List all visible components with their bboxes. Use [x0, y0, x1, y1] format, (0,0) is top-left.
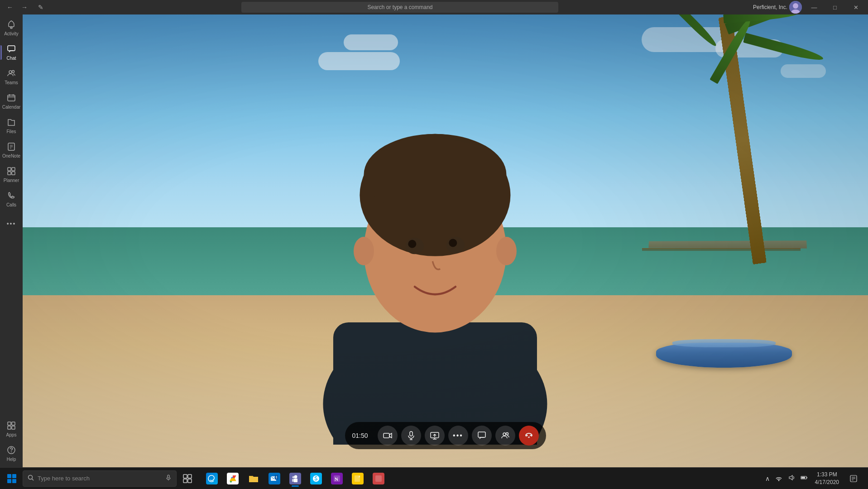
clock-date: 4/17/2020 — [815, 479, 839, 486]
sidebar-item-activity[interactable]: Activity — [0, 16, 22, 40]
sidebar-onenote-label: OneNote — [2, 154, 20, 158]
sidebar-planner-label: Planner — [4, 178, 19, 183]
chat-icon — [7, 44, 16, 55]
taskbar-app-unknown[interactable] — [369, 469, 388, 489]
taskbar-app-teams[interactable] — [285, 469, 305, 489]
back-button[interactable]: ← — [4, 1, 16, 14]
taskbar-app-chrome[interactable] — [223, 469, 243, 489]
svg-rect-3 — [10, 27, 12, 29]
svg-rect-38 — [410, 431, 412, 436]
forward-button[interactable]: → — [18, 1, 31, 14]
svg-point-35 — [354, 237, 374, 265]
svg-rect-22 — [12, 426, 15, 429]
power-icon[interactable] — [799, 472, 810, 484]
title-bar-right: Perficient, Inc. — □ ✕ — [753, 0, 868, 14]
camera-icon — [383, 431, 392, 440]
taskbar-app-skype[interactable] — [306, 469, 326, 489]
sidebar-item-calendar[interactable]: Calendar — [0, 90, 22, 113]
svg-rect-16 — [12, 168, 15, 171]
app-body: Activity Chat Teams — [0, 14, 868, 467]
taskbar-app-edge[interactable] — [202, 469, 222, 489]
svg-rect-65 — [292, 479, 294, 482]
svg-rect-63 — [294, 479, 297, 482]
svg-rect-20 — [12, 422, 15, 425]
compose-button[interactable]: ✎ — [34, 1, 47, 14]
share-screen-button[interactable] — [425, 426, 445, 446]
svg-point-30 — [364, 134, 506, 216]
sidebar-item-apps[interactable]: Apps — [0, 417, 22, 441]
more-options-button[interactable]: ••• — [448, 426, 468, 446]
activity-icon — [7, 20, 16, 30]
person-video — [149, 37, 741, 445]
chat-icon — [477, 431, 486, 440]
sidebar-calls-label: Calls — [6, 203, 16, 207]
skype-icon — [310, 473, 322, 484]
sidebar-item-planner[interactable]: Planner — [0, 163, 22, 187]
svg-point-5 — [9, 71, 12, 73]
more-icon: ••• — [7, 221, 16, 227]
share-screen-icon — [430, 431, 439, 440]
taskbar-left: Type here to search — [2, 469, 388, 489]
title-bar-left: ← → ✎ — [0, 1, 47, 14]
task-view-button[interactable] — [177, 469, 197, 489]
camera-toggle-button[interactable] — [378, 426, 398, 446]
svg-rect-17 — [8, 172, 11, 175]
sidebar-item-files[interactable]: Files — [0, 114, 22, 138]
participants-button[interactable] — [495, 426, 515, 446]
call-timer: 01:50 — [352, 432, 372, 439]
teams-icon — [7, 69, 16, 79]
explorer-icon — [248, 473, 259, 484]
sidebar-item-help[interactable]: Help — [0, 442, 22, 465]
window-controls: — □ ✕ — [804, 0, 866, 14]
title-bar: ← → ✎ Search or type a command Perficien… — [0, 0, 868, 14]
svg-text:N: N — [335, 476, 338, 482]
sidebar-item-onenote[interactable]: OneNote — [0, 139, 22, 162]
svg-point-1 — [793, 3, 798, 9]
user-avatar[interactable] — [789, 1, 802, 14]
sidebar-teams-label: Teams — [5, 81, 18, 85]
command-search-bar[interactable]: Search or type a command — [241, 2, 558, 13]
show-hidden-icons-button[interactable]: ∧ — [763, 473, 772, 484]
sidebar-item-more[interactable]: ••• — [0, 212, 22, 235]
svg-rect-7 — [8, 95, 15, 101]
sidebar-item-chat[interactable]: Chat — [0, 41, 22, 64]
taskbar-app-onenote[interactable]: N — [327, 469, 347, 489]
end-call-button[interactable] — [519, 426, 539, 446]
svg-point-6 — [12, 71, 14, 73]
taskbar-microphone-icon — [165, 475, 172, 482]
clock-display[interactable]: 1:33 PM 4/17/2020 — [811, 469, 843, 488]
chrome-icon — [227, 473, 239, 484]
files-icon — [7, 118, 16, 128]
taskbar-app-stickynotes[interactable] — [348, 469, 368, 489]
svg-point-62 — [294, 475, 297, 478]
svg-rect-19 — [8, 422, 11, 425]
notification-center-button[interactable] — [844, 469, 863, 489]
sidebar-item-teams[interactable]: Teams — [0, 65, 22, 89]
taskbar-app-outlook[interactable] — [264, 469, 284, 489]
taskbar-search-icon — [28, 475, 34, 482]
sidebar-help-label: Help — [7, 457, 16, 462]
taskbar: Type here to search — [0, 467, 868, 489]
end-call-icon — [524, 431, 533, 440]
microphone-toggle-button[interactable] — [401, 426, 421, 446]
task-view-icon — [183, 474, 192, 483]
start-button[interactable] — [2, 469, 22, 489]
network-icon[interactable] — [773, 472, 784, 484]
volume-icon[interactable] — [786, 472, 797, 484]
close-button[interactable]: ✕ — [845, 0, 866, 14]
stickynotes-icon — [352, 473, 364, 484]
svg-rect-72 — [801, 477, 805, 479]
chat-button[interactable] — [472, 426, 492, 446]
svg-rect-18 — [12, 172, 15, 175]
taskbar-pinned-apps: N — [202, 469, 388, 489]
taskbar-search-placeholder: Type here to search — [38, 475, 162, 482]
taskbar-search-box[interactable]: Type here to search — [23, 470, 177, 487]
maximize-button[interactable]: □ — [825, 0, 845, 14]
nav-buttons: ← → — [4, 1, 31, 14]
sidebar-item-calls[interactable]: Calls — [0, 187, 22, 211]
system-tray: ∧ — [763, 472, 810, 484]
help-icon — [7, 446, 16, 456]
svg-point-34 — [449, 239, 457, 247]
taskbar-app-explorer[interactable] — [244, 469, 264, 489]
minimize-button[interactable]: — — [804, 0, 825, 14]
